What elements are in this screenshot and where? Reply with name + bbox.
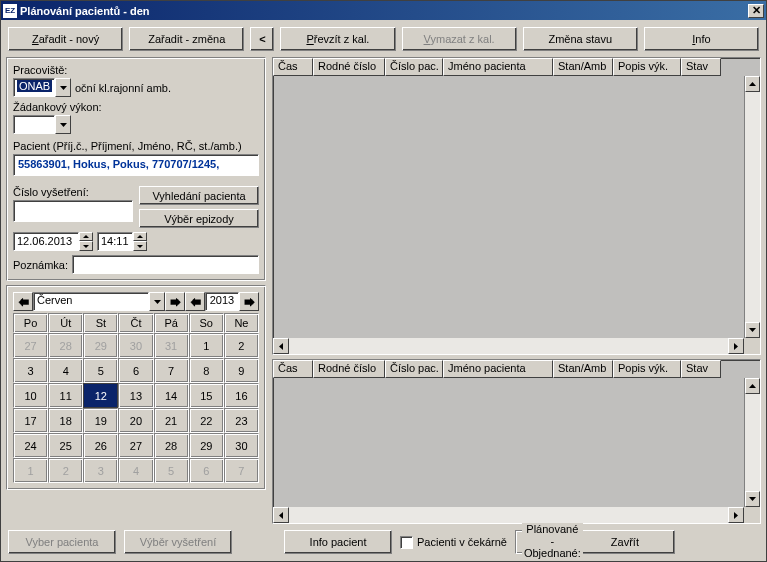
calendar-day[interactable]: 26 (83, 433, 118, 458)
prevzit-z-kal-button[interactable]: Převzít z kal. (280, 27, 395, 51)
scroll-right-button[interactable] (728, 338, 744, 354)
calendar-day[interactable]: 25 (48, 433, 83, 458)
info-pacient-button[interactable]: Info pacient (284, 530, 392, 554)
pacienti-v-cekarne-checkbox[interactable] (400, 536, 413, 549)
lower-list[interactable]: ČasRodné čísloČíslo pac.Jméno pacientaSt… (272, 359, 761, 524)
calendar-day[interactable]: 6 (189, 458, 224, 483)
date-input[interactable]: 12.06.2013 (13, 232, 93, 251)
calendar-day[interactable]: 12 (83, 383, 118, 408)
calendar-day[interactable]: 24 (13, 433, 48, 458)
column-header[interactable]: Jméno pacienta (443, 360, 553, 378)
calendar-day[interactable]: 7 (154, 358, 189, 383)
scroll-down-button[interactable] (745, 491, 760, 507)
calendar-day[interactable]: 21 (154, 408, 189, 433)
scroll-up-button[interactable] (745, 378, 760, 394)
calendar-day[interactable]: 30 (224, 433, 259, 458)
calendar-day[interactable]: 3 (83, 458, 118, 483)
calendar-day[interactable]: 4 (118, 458, 153, 483)
calendar-day[interactable]: 1 (13, 458, 48, 483)
calendar-day[interactable]: 23 (224, 408, 259, 433)
column-header[interactable]: Čas (273, 360, 313, 378)
zmena-stavu-button[interactable]: Změna stavu (523, 27, 638, 51)
calendar-day[interactable]: 5 (154, 458, 189, 483)
column-header[interactable]: Popis výk. (613, 360, 681, 378)
calendar-day[interactable]: 20 (118, 408, 153, 433)
column-header[interactable]: Stan/Amb (553, 58, 613, 76)
column-header[interactable]: Jméno pacienta (443, 58, 553, 76)
calendar-day[interactable]: 11 (48, 383, 83, 408)
calendar-day[interactable]: 29 (83, 333, 118, 358)
zaradit-novy-button[interactable]: Zařadit - nový (8, 27, 123, 51)
info-button[interactable]: Info (644, 27, 759, 51)
chevron-down-icon[interactable] (55, 115, 71, 134)
column-header[interactable]: Stav (681, 360, 721, 378)
calendar-day[interactable]: 2 (224, 333, 259, 358)
upper-list[interactable]: ČasRodné čísloČíslo pac.Jméno pacientaSt… (272, 57, 761, 355)
calendar-day[interactable]: 5 (83, 358, 118, 383)
date-down-button[interactable] (79, 241, 93, 251)
cislo-vysetreni-input[interactable] (13, 200, 133, 222)
calendar-day[interactable]: 16 (224, 383, 259, 408)
calendar-day[interactable]: 2 (48, 458, 83, 483)
scroll-track[interactable] (289, 507, 728, 523)
pracoviste-combobox[interactable]: ONAB (13, 78, 71, 97)
scroll-left-button[interactable] (273, 507, 289, 523)
date-up-button[interactable] (79, 232, 93, 241)
calendar-day[interactable]: 13 (118, 383, 153, 408)
zadankovy-vykon-combobox[interactable] (13, 115, 71, 134)
time-up-button[interactable] (133, 232, 147, 241)
column-header[interactable]: Stav (681, 58, 721, 76)
vyber-epizody-button[interactable]: Výběr epizody (139, 209, 259, 228)
calendar-day[interactable]: 31 (154, 333, 189, 358)
calendar-day[interactable]: 28 (48, 333, 83, 358)
month-prev-button[interactable]: 🡄 (13, 292, 33, 311)
column-header[interactable]: Rodné číslo (313, 360, 385, 378)
calendar-day[interactable]: 9 (224, 358, 259, 383)
calendar-day[interactable]: 27 (13, 333, 48, 358)
calendar-day[interactable]: 22 (189, 408, 224, 433)
calendar-day[interactable]: 17 (13, 408, 48, 433)
column-header[interactable]: Číslo pac. (385, 360, 443, 378)
calendar-day[interactable]: 1 (189, 333, 224, 358)
year-display[interactable]: 2013 (205, 292, 239, 311)
calendar-day[interactable]: 6 (118, 358, 153, 383)
month-next-button[interactable]: 🡆 (165, 292, 185, 311)
time-input[interactable]: 14:11 (97, 232, 147, 251)
close-button[interactable]: ✕ (748, 4, 764, 18)
zaradit-zmena-button[interactable]: Zařadit - změna (129, 27, 244, 51)
calendar-day[interactable]: 28 (154, 433, 189, 458)
year-next-button[interactable]: 🡆 (239, 292, 259, 311)
column-header[interactable]: Rodné číslo (313, 58, 385, 76)
scroll-down-button[interactable] (745, 322, 760, 338)
scroll-up-button[interactable] (745, 76, 760, 92)
year-prev-button[interactable]: 🡄 (185, 292, 205, 311)
column-header[interactable]: Čas (273, 58, 313, 76)
scroll-track[interactable] (745, 92, 760, 322)
calendar-day[interactable]: 7 (224, 458, 259, 483)
month-combobox[interactable]: Červen (33, 292, 165, 311)
column-header[interactable]: Číslo pac. (385, 58, 443, 76)
vyber-vysetreni-button[interactable]: Výběr vyšetření (124, 530, 232, 554)
calendar-day[interactable]: 27 (118, 433, 153, 458)
chevron-down-icon[interactable] (55, 78, 71, 97)
scroll-left-button[interactable] (273, 338, 289, 354)
vyber-pacienta-button[interactable]: Vyber pacienta (8, 530, 116, 554)
poznamka-input[interactable] (72, 255, 259, 274)
scroll-track[interactable] (289, 338, 728, 354)
calendar-day[interactable]: 3 (13, 358, 48, 383)
column-header[interactable]: Popis výk. (613, 58, 681, 76)
back-button[interactable]: < (250, 27, 274, 51)
time-down-button[interactable] (133, 241, 147, 251)
chevron-down-icon[interactable] (149, 292, 165, 311)
calendar-day[interactable]: 10 (13, 383, 48, 408)
zavrit-button[interactable]: Zavřít (575, 530, 675, 554)
vymazat-z-kal-button[interactable]: Vymazat z kal. (402, 27, 517, 51)
scroll-track[interactable] (745, 394, 760, 491)
calendar-day[interactable]: 14 (154, 383, 189, 408)
vyhledani-pacienta-button[interactable]: Vyhledání pacienta (139, 186, 259, 205)
calendar-day[interactable]: 30 (118, 333, 153, 358)
calendar-day[interactable]: 19 (83, 408, 118, 433)
calendar-day[interactable]: 18 (48, 408, 83, 433)
column-header[interactable]: Stan/Amb (553, 360, 613, 378)
calendar-day[interactable]: 15 (189, 383, 224, 408)
